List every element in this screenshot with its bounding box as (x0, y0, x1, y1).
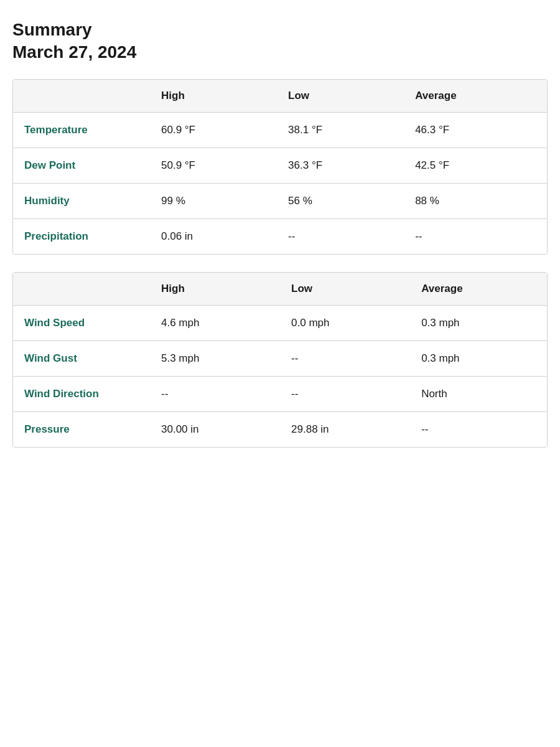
row-low: 38.1 °F (277, 112, 404, 148)
table-row: Wind Direction -- -- North (13, 376, 547, 411)
row-label: Pressure (13, 411, 150, 447)
table-row: Wind Speed 4.6 mph 0.0 mph 0.3 mph (13, 305, 547, 341)
row-label: Wind Speed (13, 305, 150, 341)
row-label: Wind Gust (13, 341, 150, 376)
row-avg: 46.3 °F (404, 112, 547, 148)
row-label: Temperature (13, 112, 150, 148)
row-high: 50.9 °F (150, 148, 277, 183)
row-avg: 0.3 mph (410, 305, 547, 341)
table-row: Humidity 99 % 56 % 88 % (13, 183, 547, 218)
row-avg: -- (404, 218, 547, 254)
col-header-avg-2: Average (410, 273, 547, 306)
row-label: Humidity (13, 183, 150, 218)
row-high: 60.9 °F (150, 112, 277, 148)
col-header-empty-2 (13, 273, 150, 306)
row-high: 4.6 mph (150, 305, 280, 341)
col-header-low-2: Low (280, 273, 410, 306)
table-row: Dew Point 50.9 °F 36.3 °F 42.5 °F (13, 148, 547, 183)
row-label: Precipitation (13, 218, 150, 254)
table-row: Precipitation 0.06 in -- -- (13, 218, 547, 254)
row-label: Dew Point (13, 148, 150, 183)
row-low: -- (277, 218, 404, 254)
row-high: 99 % (150, 183, 277, 218)
weather-table-2: High Low Average Wind Speed 4.6 mph 0.0 … (12, 272, 548, 448)
row-high: 30.00 in (150, 411, 280, 447)
table-row: Wind Gust 5.3 mph -- 0.3 mph (13, 341, 547, 376)
row-low: -- (280, 341, 410, 376)
row-avg: 0.3 mph (410, 341, 547, 376)
col-header-low-1: Low (277, 80, 404, 113)
row-low: -- (280, 376, 410, 411)
row-avg: North (410, 376, 547, 411)
row-low: 0.0 mph (280, 305, 410, 341)
row-low: 56 % (277, 183, 404, 218)
row-high: 0.06 in (150, 218, 277, 254)
row-low: 36.3 °F (277, 148, 404, 183)
col-header-empty-1 (13, 80, 150, 113)
table-row: Pressure 30.00 in 29.88 in -- (13, 411, 547, 447)
weather-table-1: High Low Average Temperature 60.9 °F 38.… (12, 79, 548, 255)
row-label: Wind Direction (13, 376, 150, 411)
row-avg: 88 % (404, 183, 547, 218)
row-avg: 42.5 °F (404, 148, 547, 183)
col-header-high-2: High (150, 273, 280, 306)
row-avg: -- (410, 411, 547, 447)
page-title: Summary March 27, 2024 (12, 19, 548, 64)
row-high: 5.3 mph (150, 341, 280, 376)
col-header-high-1: High (150, 80, 277, 113)
table-row: Temperature 60.9 °F 38.1 °F 46.3 °F (13, 112, 547, 148)
row-high: -- (150, 376, 280, 411)
row-low: 29.88 in (280, 411, 410, 447)
col-header-avg-1: Average (404, 80, 547, 113)
